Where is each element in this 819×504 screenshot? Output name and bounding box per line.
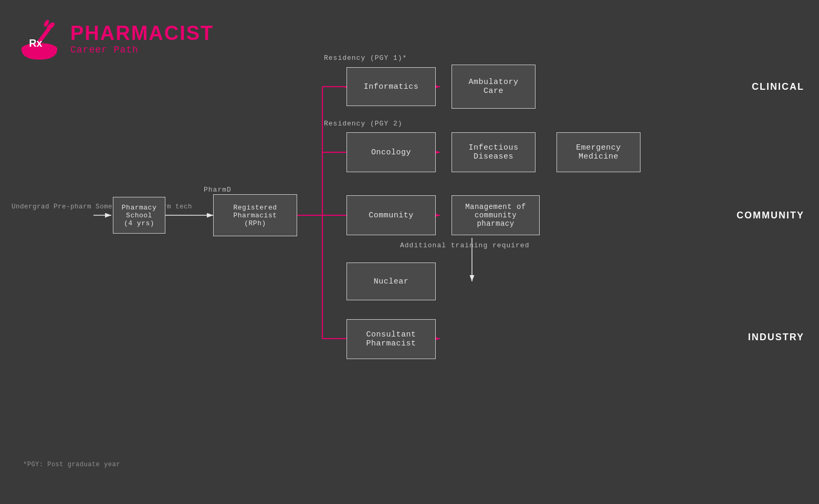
community-section-label: COMMUNITY xyxy=(737,210,804,221)
residency2-label: Residency (PGY 2) xyxy=(324,120,403,128)
footnote: *PGY: Post graduate year xyxy=(23,461,120,468)
consultant-pharmacist-box: Consultant Pharmacist xyxy=(346,319,436,359)
management-box: Management of community pharmacy xyxy=(452,195,540,235)
logo-title: PHARMACIST xyxy=(70,22,214,45)
svg-text:Rx: Rx xyxy=(29,37,42,49)
clinical-section-label: CLINICAL xyxy=(752,81,804,92)
nuclear-box: Nuclear xyxy=(346,262,436,300)
industry-section-label: INDUSTRY xyxy=(748,332,804,343)
oncology-box: Oncology xyxy=(346,132,436,172)
logo-area: Rx PHARMACIST Career Path xyxy=(16,15,214,62)
pharmacy-school-box: Pharmacy School (4 yrs) xyxy=(113,197,165,234)
infectious-diseases-box: Infectious Diseases xyxy=(452,132,536,172)
additional-training-label: Additional training required xyxy=(400,242,529,249)
informatics-box: Informatics xyxy=(346,67,436,106)
registered-pharmacist-box: Registered Pharmacist (RPh) xyxy=(213,194,297,236)
community-box: Community xyxy=(346,195,436,235)
ambulatory-care-box: Ambulatory Care xyxy=(452,65,536,109)
residency1-label: Residency (PGY 1)* xyxy=(324,54,407,62)
mortar-icon: Rx xyxy=(16,15,63,62)
logo-subtitle: Career Path xyxy=(70,45,214,55)
pharmd-label: PharmD xyxy=(204,186,232,194)
emergency-medicine-box: Emergency Medicine xyxy=(556,132,640,172)
logo-text: PHARMACIST Career Path xyxy=(70,22,214,55)
